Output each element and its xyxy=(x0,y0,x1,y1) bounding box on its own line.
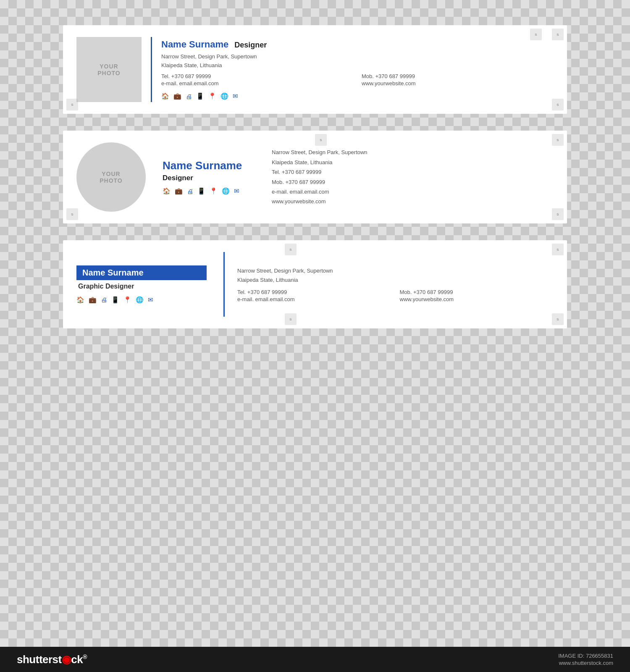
briefcase-icon: 💼 xyxy=(173,92,181,100)
phone-icon: 📱 xyxy=(196,92,204,100)
vertical-divider-3 xyxy=(223,252,225,317)
email-icon: ✉ xyxy=(233,92,238,100)
watermark-badge: S xyxy=(66,208,78,220)
vertical-divider-1 xyxy=(151,37,152,102)
email-signature-card-2: YOUR PHOTO Name Surname Designer 🏠 💼 🖨 📱… xyxy=(63,131,567,223)
watermark-badge: S xyxy=(552,244,564,255)
shutterstock-logo: shutterst◉ck® xyxy=(17,653,87,666)
location-icon: 📍 xyxy=(123,296,131,304)
home-icon: 🏠 xyxy=(161,92,169,100)
address-3: Narrow Street, Design Park, Supertown Kl… xyxy=(237,266,554,285)
right-info-2: Narrow Street, Design Park, Supertown Kl… xyxy=(272,147,554,206)
phone-icon: 📱 xyxy=(111,296,119,304)
logo-circle-icon: ◉ xyxy=(62,653,71,666)
photo-placeholder-2: YOUR PHOTO xyxy=(76,142,146,212)
social-icons-2: 🏠 💼 🖨 📱 📍 🌐 ✉ xyxy=(163,187,247,195)
watermark-badge: S xyxy=(285,313,297,325)
home-icon: 🏠 xyxy=(76,296,84,304)
email-icon: ✉ xyxy=(148,296,153,304)
person-title-3: Graphic Designer xyxy=(76,283,207,290)
phone-icon: 📱 xyxy=(197,187,205,195)
shutterstock-footer-bar: shutterst◉ck® IMAGE ID: 726655831 www.sh… xyxy=(0,647,630,672)
briefcase-icon: 💼 xyxy=(89,296,97,304)
right-info-3: Narrow Street, Design Park, Supertown Kl… xyxy=(237,252,554,317)
address-1: Narrow Street, Design Park, Supertown Kl… xyxy=(161,52,554,70)
person-name-2: Name Surname xyxy=(163,159,247,172)
email-icon: ✉ xyxy=(234,187,239,195)
print-icon: 🖨 xyxy=(187,188,193,195)
photo-placeholder-1: YOUR PHOTO xyxy=(76,37,142,102)
image-id-label: IMAGE ID: 726655831 xyxy=(558,653,613,659)
location-icon: 📍 xyxy=(210,187,218,195)
social-icons-3: 🏠 💼 🖨 📱 📍 🌐 ✉ xyxy=(76,296,207,304)
watermark-badge: S xyxy=(552,313,564,325)
left-section-3: Name Surname Graphic Designer 🏠 💼 🖨 📱 📍 … xyxy=(76,252,211,317)
watermark-badge: S xyxy=(552,208,564,220)
watermark-badge: S xyxy=(530,29,542,40)
watermark-badge: S xyxy=(285,244,297,255)
left-info-2: Name Surname Designer 🏠 💼 🖨 📱 📍 🌐 ✉ xyxy=(163,159,247,195)
location-icon: 📍 xyxy=(208,92,216,100)
globe-icon: 🌐 xyxy=(136,296,144,304)
email-signature-card-1: YOUR PHOTO Name Surname Designer Narrow … xyxy=(63,25,567,114)
watermark-badge: S xyxy=(552,99,564,110)
info-section-1: Name Surname Designer Narrow Street, Des… xyxy=(161,37,554,102)
person-title-1: Designer xyxy=(234,41,267,50)
contact-grid-1: Tel. +370 687 99999 Mob. +370 687 99999 … xyxy=(161,73,554,87)
social-icons-1: 🏠 💼 🖨 📱 📍 🌐 ✉ xyxy=(161,92,554,100)
person-name-3: Name Surname xyxy=(76,265,207,280)
print-icon: 🖨 xyxy=(101,296,107,303)
watermark-badge: S xyxy=(66,99,78,110)
person-title-2: Designer xyxy=(163,174,247,182)
home-icon: 🏠 xyxy=(163,187,171,195)
briefcase-icon: 💼 xyxy=(175,187,183,195)
print-icon: 🖨 xyxy=(186,93,192,100)
globe-icon: 🌐 xyxy=(222,187,230,195)
watermark-badge: S xyxy=(315,134,327,146)
watermark-badge: S xyxy=(552,134,564,146)
person-name-1: Name Surname xyxy=(161,39,228,50)
name-row-1: Name Surname Designer xyxy=(161,39,554,50)
contact-grid-3: Tel. +370 687 99999 Mob. +370 687 99999 … xyxy=(237,289,554,302)
watermark-badge: S xyxy=(552,29,564,40)
email-signature-card-3: Name Surname Graphic Designer 🏠 💼 🖨 📱 📍 … xyxy=(63,240,567,328)
globe-icon: 🌐 xyxy=(220,92,228,100)
shutterstock-website: www.shutterstock.com xyxy=(559,660,613,666)
